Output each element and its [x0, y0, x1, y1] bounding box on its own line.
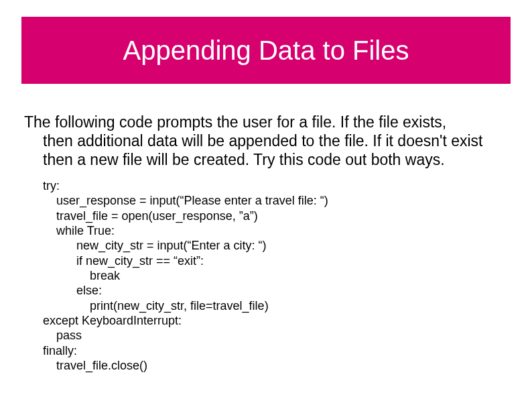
- slide-container: Appending Data to Files The following co…: [0, 0, 532, 399]
- code-block: try: user_response = input(“Please enter…: [24, 178, 513, 373]
- description-line1: The following code prompts the user for …: [24, 113, 446, 131]
- description-line2: then additional data will be appended to…: [24, 131, 513, 150]
- description-paragraph: The following code prompts the user for …: [24, 113, 513, 169]
- title-bar: Appending Data to Files: [21, 17, 511, 84]
- body-content: The following code prompts the user for …: [24, 113, 513, 373]
- description-line3: then a new file will be created. Try thi…: [24, 150, 513, 169]
- slide-title: Appending Data to Files: [123, 36, 409, 66]
